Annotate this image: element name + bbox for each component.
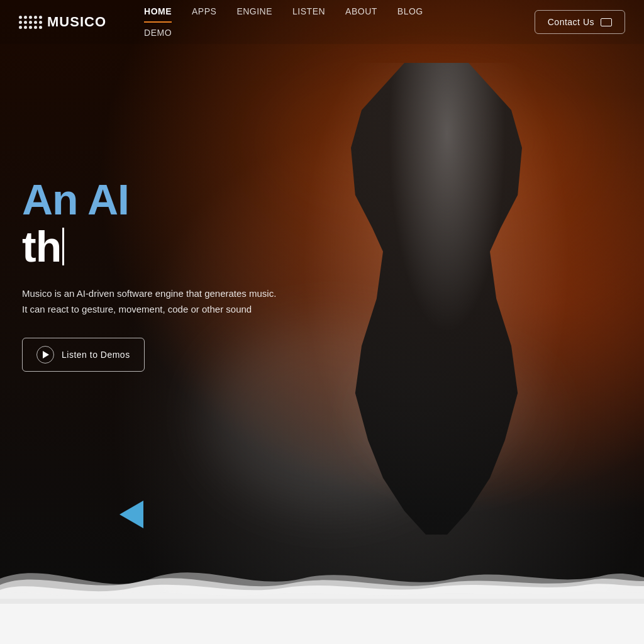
hero-title-line2: th: [22, 223, 276, 270]
nav-link-demo[interactable]: DEMO: [144, 24, 172, 42]
listen-demos-button[interactable]: Listen to Demos: [22, 338, 145, 372]
wave-decoration: [0, 553, 644, 604]
main-nav: MUSICO HOME APPS ENGINE LISTEN ABOUT BLO…: [0, 0, 644, 44]
listen-button-label: Listen to Demos: [62, 350, 130, 360]
hero-title-line1: An AI: [22, 176, 276, 223]
hero-description: Musico is an AI-driven software engine t…: [22, 286, 276, 318]
text-cursor: [62, 228, 64, 265]
play-circle-icon: [36, 346, 54, 364]
nav-row-2: DEMO: [144, 24, 423, 42]
hero-section: MUSICO HOME APPS ENGINE LISTEN ABOUT BLO…: [0, 0, 644, 604]
hero-silhouette: [279, 63, 594, 553]
nav-link-engine[interactable]: ENGINE: [236, 3, 272, 23]
mail-icon: [601, 18, 612, 26]
logo[interactable]: MUSICO: [19, 14, 106, 30]
nav-link-apps[interactable]: APPS: [192, 3, 216, 23]
nav-link-blog[interactable]: BLOG: [397, 3, 423, 23]
contact-button[interactable]: Contact Us: [535, 10, 625, 34]
nav-links-wrapper: HOME APPS ENGINE LISTEN ABOUT BLOG DEMO: [144, 3, 423, 42]
contact-button-label: Contact Us: [548, 17, 594, 27]
carousel-arrow-left[interactable]: [119, 501, 143, 528]
logo-text: MUSICO: [47, 14, 106, 30]
nav-link-about[interactable]: ABOUT: [345, 3, 377, 23]
nav-link-listen[interactable]: LISTEN: [292, 3, 325, 23]
logo-dots: [19, 16, 42, 29]
hero-content: An AI th Musico is an AI-driven software…: [22, 176, 276, 372]
play-triangle-icon: [43, 351, 49, 358]
nav-row-1: HOME APPS ENGINE LISTEN ABOUT BLOG: [144, 3, 423, 23]
nav-link-home[interactable]: HOME: [144, 3, 172, 23]
bottom-section: [0, 604, 644, 644]
